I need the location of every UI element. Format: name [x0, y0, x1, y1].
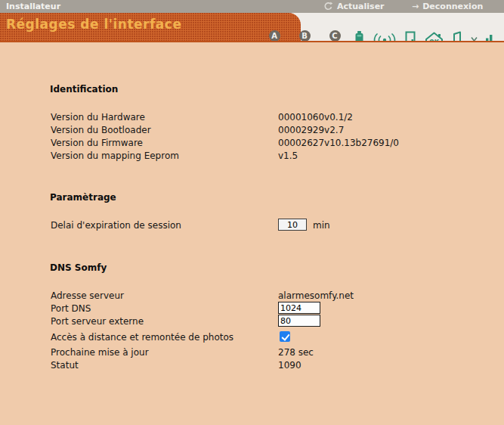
field-value: 00001060v0.1/2	[278, 112, 353, 123]
settings-content: Identification Version du Hardware 00001…	[0, 42, 504, 425]
field-row-firmware: Version du Firmware 00002627v10.13b27691…	[0, 138, 504, 150]
field-row-status: Statut 1090	[0, 360, 504, 373]
field-value: 1090	[278, 360, 301, 371]
field-label: Version du Bootloader	[51, 125, 151, 135]
zone-c-icon: C	[329, 30, 341, 42]
field-label: Prochaine mise à jour	[51, 347, 149, 358]
field-unit: min	[313, 220, 330, 231]
field-label: Port DNS	[51, 303, 91, 314]
field-value: alarmesomfy.net	[278, 290, 354, 301]
field-value: 00002627v10.13b27691/0	[278, 138, 399, 148]
page-title: Réglages de l'interface	[6, 17, 181, 32]
field-label: Accès à distance et remontée de photos	[51, 332, 233, 343]
field-label: Port serveur externe	[51, 316, 144, 327]
field-value: 00002929v2.7	[278, 125, 344, 135]
field-label: Version du mapping Eeprom	[51, 150, 179, 161]
field-row-server-address: Adresse serveur alarmesomfy.net	[0, 290, 504, 303]
field-row-eeprom: Version du mapping Eeprom v1.5	[0, 150, 504, 163]
field-row-bootloader: Version du Bootloader 00002929v2.7	[0, 125, 504, 138]
field-row-external-port: Port serveur externe	[0, 316, 504, 329]
field-row-remote-access: Accès à distance et remontée de photos	[0, 332, 504, 345]
page-header-tab: Réglages de l'interface	[0, 13, 301, 41]
field-row-next-update: Prochaine mise à jour 278 sec	[0, 347, 504, 360]
logout-link[interactable]: → Deconnexion	[412, 1, 483, 12]
logout-label: Deconnexion	[422, 1, 483, 12]
remote-access-checkbox[interactable]	[280, 331, 290, 342]
field-row-dns-port: Port DNS	[0, 303, 504, 316]
field-row-hardware: Version du Hardware 00001060v0.1/2	[0, 112, 504, 125]
field-value: 278 sec	[278, 347, 314, 358]
refresh-link[interactable]: Actualiser	[323, 1, 385, 12]
header-band: Réglages de l'interface A OFF B OFF C OF…	[0, 13, 504, 41]
field-value: v1.5	[278, 150, 298, 161]
section-title-parametrage: Paramètrage	[50, 192, 116, 203]
field-label: Statut	[51, 360, 79, 371]
external-port-input[interactable]	[278, 315, 320, 327]
section-title-dns-somfy: DNS Somfy	[50, 262, 107, 273]
session-timeout-input[interactable]	[278, 219, 307, 231]
field-label: Version du Hardware	[51, 112, 145, 123]
window-title: Installateur	[6, 1, 60, 12]
section-title-identification: Identification	[50, 84, 118, 95]
field-label: Adresse serveur	[51, 290, 124, 301]
field-row-session-timeout: Delai d'expiration de session min	[0, 220, 504, 233]
installer-settings-window: Installateur Actualiser → Deconnexion Ré…	[0, 0, 504, 425]
zone-b-icon: B	[299, 30, 311, 42]
arrow-right-icon: →	[412, 1, 419, 12]
top-bar: Installateur Actualiser → Deconnexion	[0, 0, 504, 13]
field-label: Delai d'expiration de session	[51, 220, 181, 231]
field-label: Version du Firmware	[51, 138, 143, 148]
refresh-label: Actualiser	[337, 1, 385, 12]
dns-port-input[interactable]	[278, 302, 320, 314]
zone-a-icon: A	[269, 30, 280, 42]
refresh-icon	[323, 2, 333, 11]
